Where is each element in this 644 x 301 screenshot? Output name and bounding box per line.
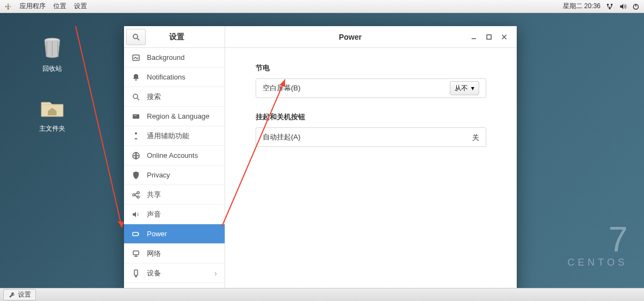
svg-point-14 [133,94,138,99]
wrench-icon [8,291,16,299]
sidebar-item-privacy[interactable]: Privacy [124,165,225,185]
top-menubar: 应用程序 位置 设置 星期二 20:36 [0,0,644,13]
settings-window: 设置 BackgroundNotifications搜索Region & Lan… [124,26,517,298]
settings-sidebar: 设置 BackgroundNotifications搜索Region & Lan… [124,26,225,298]
centos-brand: 7 CENTOS [567,222,628,268]
svg-point-3 [8,3,9,5]
sidebar-item-sound[interactable]: 声音 [124,205,225,224]
svg-rect-24 [133,232,138,236]
sidebar-item-label: 搜索 [147,92,161,102]
svg-point-2 [10,5,11,7]
desktop-trash-label: 回收站 [30,64,74,73]
section-power-saving-title: 节电 [256,63,486,73]
power-icon [132,230,140,238]
share-icon [132,191,140,199]
svg-line-36 [76,26,122,228]
taskbar-settings[interactable]: 设置 [3,289,36,300]
menu-places[interactable]: 位置 [53,2,66,11]
chevron-down-icon: ▾ [471,84,474,92]
svg-rect-18 [135,115,137,116]
sidebar-item-label: Online Accounts [147,151,198,159]
blank-screen-label: 空白屏幕(B) [263,83,300,93]
svg-point-0 [7,5,9,8]
chevron-right-icon: › [214,269,217,278]
auto-suspend-row[interactable]: 自动挂起(A) 关 [256,127,486,147]
centos-logo-icon [4,3,12,10]
blank-screen-value: 从不 [455,84,468,93]
search-icon [132,93,140,101]
trash-icon [39,35,65,61]
svg-point-23 [137,196,139,198]
clock[interactable]: 星期二 20:36 [563,2,600,11]
menu-settings[interactable]: 设置 [74,2,87,11]
sidebar-item-notifications[interactable]: Notifications [124,67,225,87]
sidebar-item-region[interactable]: Region & Language [124,107,225,126]
sidebar-item-label: Background [147,53,184,62]
sidebar-item-label: Region & Language [147,112,209,120]
volume-icon[interactable] [619,3,627,10]
power-icon[interactable] [632,3,640,10]
svg-point-1 [5,5,7,7]
centos-name: CENTOS [567,257,628,268]
svg-marker-37 [117,221,124,228]
svg-point-30 [135,276,137,277]
sidebar-item-online[interactable]: Online Accounts [124,146,225,165]
sidebar-item-share[interactable]: 共享 [124,185,225,205]
accessibility-icon [132,132,140,140]
sidebar-item-label: 声音 [147,210,161,219]
sidebar-item-label: 通用辅助功能 [147,131,189,141]
svg-rect-6 [611,4,612,5]
content-title: Power [231,33,470,41]
sidebar-item-label: Notifications [147,73,185,81]
blank-screen-row: 空白屏幕(B) 从不 ▾ [256,78,486,98]
desktop: 回收站 主文件夹 7 CENTOS 设置 BackgroundNotificat… [0,13,644,288]
svg-rect-5 [607,4,609,5]
sidebar-item-label: 设备 [147,268,161,278]
sidebar-item-label: Privacy [147,171,170,179]
desktop-home[interactable]: 主文件夹 [30,95,74,133]
background-icon [132,53,140,62]
network-icon[interactable] [606,3,614,10]
minimize-button[interactable] [470,33,478,41]
svg-line-15 [137,98,139,100]
sidebar-item-accessibility[interactable]: 通用辅助功能 [124,126,225,146]
sidebar-item-search[interactable]: 搜索 [124,87,225,107]
region-icon [132,112,140,121]
sidebar-item-label: Power [147,230,167,238]
sidebar-list: BackgroundNotifications搜索Region & Langua… [124,48,225,298]
svg-rect-26 [133,251,139,255]
sidebar-item-power[interactable]: Power [124,224,225,244]
close-button[interactable] [500,33,508,41]
online-icon [132,151,140,160]
sidebar-item-background[interactable]: Background [124,48,225,67]
privacy-icon [132,171,140,180]
sound-icon [132,210,140,219]
maximize-button[interactable] [485,33,493,41]
notifications-icon [132,73,140,82]
svg-line-12 [137,38,139,40]
desktop-trash[interactable]: 回收站 [30,35,74,73]
centos-version: 7 [567,222,628,257]
menu-applications[interactable]: 应用程序 [20,2,46,11]
sidebar-item-network[interactable]: 网络 [124,244,225,263]
svg-point-22 [137,192,139,194]
sidebar-title: 设置 [148,32,225,42]
desktop-home-label: 主文件夹 [30,124,74,133]
svg-rect-29 [134,270,138,275]
home-folder-icon [39,95,65,121]
search-button[interactable] [126,29,146,45]
bottom-taskbar: 设置 [0,288,644,301]
device-icon [132,269,140,278]
sidebar-item-label: 共享 [147,190,161,200]
sidebar-item-device[interactable]: 设备› [124,263,225,283]
svg-rect-17 [134,115,135,116]
auto-suspend-value: 关 [472,133,479,142]
auto-suspend-label: 自动挂起(A) [263,132,300,142]
blank-screen-dropdown[interactable]: 从不 ▾ [450,81,479,95]
svg-point-4 [8,8,9,9]
svg-point-19 [135,132,137,134]
svg-point-11 [133,34,138,39]
network-icon [132,249,140,258]
content-pane: Power 节电 空白屏幕(B) 从不 ▾ [225,26,517,298]
taskbar-settings-label: 设置 [18,290,31,299]
